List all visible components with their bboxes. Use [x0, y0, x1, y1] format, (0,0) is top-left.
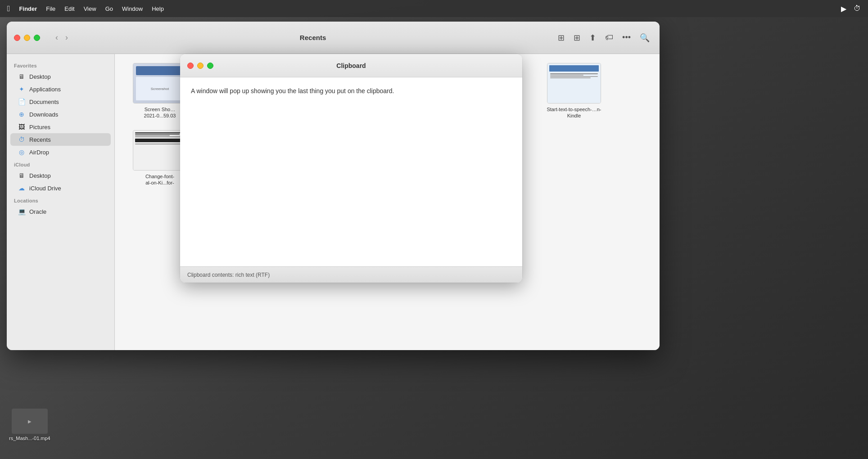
menu-go[interactable]: Go	[105, 5, 113, 12]
sidebar-section-icloud: iCloud	[7, 158, 114, 169]
menu-help[interactable]: Help	[152, 5, 164, 12]
tag-button[interactable]: 🏷	[602, 31, 616, 44]
back-button[interactable]: ‹	[53, 31, 61, 44]
apple-menu-icon[interactable]: 	[7, 4, 10, 14]
desktop-file-name: rs_Mash...-01.mp4	[9, 436, 50, 441]
recents-icon: ⏱	[18, 135, 26, 144]
sidebar-section-locations: Locations	[7, 194, 114, 205]
finder-toolbar: ‹ › Recents ⊞ ⊞ ⬆ 🏷 ••• 🔍	[7, 22, 660, 54]
documents-icon: 📄	[18, 98, 26, 106]
maximize-button[interactable]	[34, 35, 40, 41]
view-icons-button[interactable]: ⊞	[555, 31, 567, 45]
toolbar-actions: ⊞ ⊞ ⬆ 🏷 ••• 🔍	[555, 31, 652, 45]
sidebar-item-label: Oracle	[29, 208, 46, 215]
file-thumbnail	[133, 130, 187, 171]
clipboard-contents-label: Clipboard contents: rich text (RTF)	[187, 272, 270, 278]
sidebar-item-label: Applications	[29, 86, 61, 93]
sidebar-item-airdrop[interactable]: ◎ AirDrop	[10, 146, 111, 158]
clipboard-titlebar: Clipboard	[180, 54, 522, 77]
menubar:  Finder File Edit View Go Window Help ▶…	[0, 0, 868, 17]
file-thumbnail	[547, 63, 601, 104]
clipboard-close-button[interactable]	[187, 63, 194, 69]
sidebar-item-label: Pictures	[29, 124, 50, 130]
menu-window[interactable]: Window	[122, 5, 143, 12]
sidebar-item-label: iCloud Drive	[29, 185, 61, 192]
clock-icon[interactable]: ⏱	[854, 4, 861, 13]
sidebar-item-label: Desktop	[29, 172, 51, 179]
file-thumbnail: Screenshot	[133, 63, 187, 104]
pictures-icon: 🖼	[18, 123, 26, 131]
sidebar-item-label: Downloads	[29, 111, 58, 118]
icloud-drive-icon: ☁	[18, 184, 26, 192]
clipboard-traffic-lights	[187, 63, 213, 69]
clipboard-footer: Clipboard contents: rich text (RTF)	[180, 266, 522, 283]
sidebar-item-documents[interactable]: 📄 Documents	[10, 95, 111, 108]
nav-buttons: ‹ ›	[53, 31, 71, 44]
menu-view[interactable]: View	[84, 5, 96, 12]
airdrop-icon: ◎	[18, 148, 26, 156]
clipboard-body: A window will pop up showing you the las…	[180, 77, 522, 266]
menubar-right: ▶ ⏱	[841, 4, 861, 13]
view-grid-button[interactable]: ⊞	[571, 31, 583, 45]
desktop-file[interactable]: ▶ rs_Mash...-01.mp4	[9, 409, 50, 441]
more-button[interactable]: •••	[619, 31, 633, 44]
close-button[interactable]	[14, 35, 20, 41]
sidebar-item-downloads[interactable]: ⊕ Downloads	[10, 108, 111, 121]
file-item[interactable]: Start-text-to-speech-…n-Kindle	[538, 63, 610, 119]
minimize-button[interactable]	[24, 35, 30, 41]
file-name: Screen Sho…2021-0...59.03	[144, 106, 176, 119]
applications-icon: ✦	[18, 85, 26, 93]
sidebar: Favorites 🖥 Desktop ✦ Applications 📄 Doc…	[7, 54, 115, 350]
oracle-icon: 💻	[18, 207, 26, 216]
forward-button[interactable]: ›	[63, 31, 71, 44]
clipboard-description: A window will pop up showing you the las…	[191, 86, 511, 96]
menu-finder[interactable]: Finder	[19, 5, 37, 12]
desktop-icon: 🖥	[18, 72, 26, 81]
sidebar-item-desktop[interactable]: 🖥 Desktop	[10, 70, 111, 83]
traffic-lights	[14, 35, 40, 41]
clipboard-popup: Clipboard A window will pop up showing y…	[180, 54, 522, 283]
clipboard-minimize-button[interactable]	[197, 63, 203, 69]
icloud-desktop-icon: 🖥	[18, 171, 26, 180]
sidebar-item-label: Documents	[29, 99, 59, 105]
play-icon[interactable]: ▶	[841, 4, 846, 13]
sidebar-item-icloud-desktop[interactable]: 🖥 Desktop	[10, 169, 111, 182]
file-name: Start-text-to-speech-…n-Kindle	[542, 106, 606, 119]
sidebar-item-label: AirDrop	[29, 149, 49, 156]
sidebar-item-icloud-drive[interactable]: ☁ iCloud Drive	[10, 182, 111, 194]
window-title: Recents	[76, 34, 550, 41]
sidebar-section-favorites: Favorites	[7, 59, 114, 70]
share-button[interactable]: ⬆	[587, 31, 599, 45]
search-button[interactable]: 🔍	[637, 31, 652, 45]
desktop-file-thumbnail: ▶	[12, 409, 48, 434]
sidebar-item-recents[interactable]: ⏱ Recents	[10, 133, 111, 146]
clipboard-title: Clipboard	[336, 62, 366, 69]
sidebar-item-label: Desktop	[29, 73, 51, 80]
sidebar-item-oracle[interactable]: 💻 Oracle	[10, 205, 111, 218]
menu-file[interactable]: File	[46, 5, 55, 12]
clipboard-maximize-button[interactable]	[207, 63, 213, 69]
menu-edit[interactable]: Edit	[64, 5, 74, 12]
file-name: Change-font-al-on-Ki...for-	[145, 173, 174, 186]
sidebar-item-label: Recents	[29, 136, 51, 143]
sidebar-item-applications[interactable]: ✦ Applications	[10, 83, 111, 95]
sidebar-item-pictures[interactable]: 🖼 Pictures	[10, 121, 111, 133]
downloads-icon: ⊕	[18, 110, 26, 118]
